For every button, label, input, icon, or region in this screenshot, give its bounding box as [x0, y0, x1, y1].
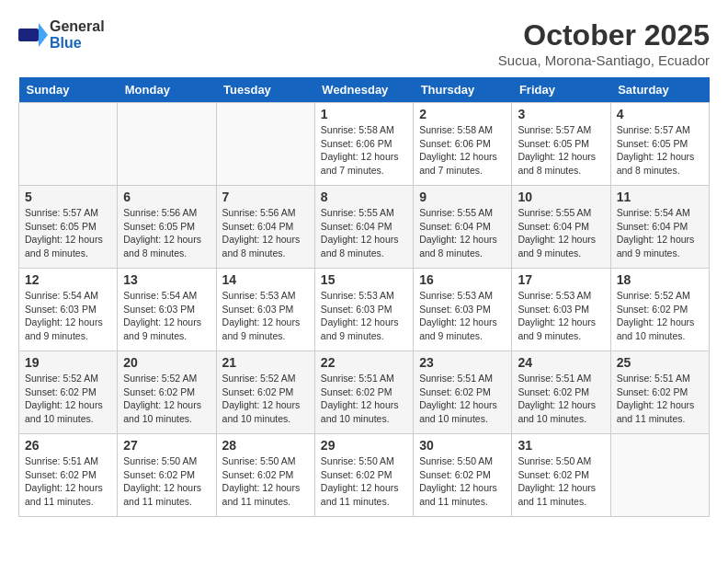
day-info: Sunrise: 5:50 AMSunset: 6:02 PMDaylight:… — [518, 454, 604, 509]
week-row-1: 1Sunrise: 5:58 AMSunset: 6:06 PMDaylight… — [19, 103, 710, 186]
day-info: Sunrise: 5:51 AMSunset: 6:02 PMDaylight:… — [419, 372, 506, 426]
day-cell: 5Sunrise: 5:57 AMSunset: 6:05 PMDaylight… — [19, 186, 118, 269]
day-number: 12 — [25, 272, 111, 287]
day-cell: 21Sunrise: 5:52 AMSunset: 6:02 PMDayligh… — [216, 351, 314, 434]
day-info: Sunrise: 5:54 AMSunset: 6:03 PMDaylight:… — [123, 289, 210, 343]
day-number: 9 — [419, 190, 506, 204]
day-number: 10 — [518, 190, 604, 204]
day-number: 29 — [321, 438, 407, 453]
col-saturday: Saturday — [610, 77, 709, 103]
week-row-5: 26Sunrise: 5:51 AMSunset: 6:02 PMDayligh… — [19, 434, 710, 517]
day-info: Sunrise: 5:54 AMSunset: 6:04 PMDaylight:… — [617, 206, 703, 260]
logo-icon — [18, 23, 48, 47]
title-area: October 2025 Sucua, Morona-Santiago, Ecu… — [498, 18, 710, 68]
col-friday: Friday — [512, 77, 610, 103]
day-cell: 14Sunrise: 5:53 AMSunset: 6:03 PMDayligh… — [216, 269, 314, 351]
day-cell — [19, 103, 118, 186]
day-number: 16 — [419, 272, 506, 287]
day-info: Sunrise: 5:52 AMSunset: 6:02 PMDaylight:… — [123, 372, 210, 426]
col-wednesday: Wednesday — [314, 77, 413, 103]
day-number: 8 — [321, 190, 407, 204]
day-info: Sunrise: 5:56 AMSunset: 6:04 PMDaylight:… — [222, 206, 309, 260]
day-number: 28 — [222, 438, 309, 453]
day-info: Sunrise: 5:55 AMSunset: 6:04 PMDaylight:… — [321, 206, 407, 260]
day-number: 15 — [321, 272, 407, 287]
day-number: 20 — [123, 355, 210, 370]
day-number: 22 — [321, 355, 407, 370]
logo-general: General — [50, 18, 105, 34]
day-cell: 27Sunrise: 5:50 AMSunset: 6:02 PMDayligh… — [118, 434, 216, 517]
day-number: 21 — [222, 355, 309, 370]
day-info: Sunrise: 5:50 AMSunset: 6:02 PMDaylight:… — [123, 454, 210, 509]
day-number: 1 — [321, 107, 407, 121]
day-info: Sunrise: 5:50 AMSunset: 6:02 PMDaylight:… — [321, 454, 407, 509]
day-info: Sunrise: 5:52 AMSunset: 6:02 PMDaylight:… — [617, 289, 703, 343]
day-info: Sunrise: 5:51 AMSunset: 6:02 PMDaylight:… — [518, 372, 604, 426]
day-cell — [610, 434, 709, 517]
day-cell: 31Sunrise: 5:50 AMSunset: 6:02 PMDayligh… — [512, 434, 610, 517]
day-cell: 29Sunrise: 5:50 AMSunset: 6:02 PMDayligh… — [314, 434, 413, 517]
day-cell: 20Sunrise: 5:52 AMSunset: 6:02 PMDayligh… — [118, 351, 216, 434]
day-number: 6 — [123, 190, 210, 204]
day-info: Sunrise: 5:51 AMSunset: 6:02 PMDaylight:… — [321, 372, 407, 426]
day-cell: 19Sunrise: 5:52 AMSunset: 6:02 PMDayligh… — [19, 351, 118, 434]
day-info: Sunrise: 5:53 AMSunset: 6:03 PMDaylight:… — [419, 289, 506, 343]
day-info: Sunrise: 5:55 AMSunset: 6:04 PMDaylight:… — [419, 206, 506, 260]
day-number: 4 — [617, 107, 703, 121]
month-title: October 2025 — [498, 18, 710, 52]
day-info: Sunrise: 5:51 AMSunset: 6:02 PMDaylight:… — [25, 454, 111, 509]
day-cell: 22Sunrise: 5:51 AMSunset: 6:02 PMDayligh… — [314, 351, 413, 434]
location-subtitle: Sucua, Morona-Santiago, Ecuador — [498, 52, 710, 68]
week-row-4: 19Sunrise: 5:52 AMSunset: 6:02 PMDayligh… — [19, 351, 710, 434]
day-info: Sunrise: 5:57 AMSunset: 6:05 PMDaylight:… — [25, 206, 111, 260]
day-info: Sunrise: 5:50 AMSunset: 6:02 PMDaylight:… — [419, 454, 506, 509]
day-number: 26 — [25, 438, 111, 453]
day-number: 27 — [123, 438, 210, 453]
day-number: 25 — [617, 355, 703, 370]
day-cell — [216, 103, 314, 186]
day-cell: 10Sunrise: 5:55 AMSunset: 6:04 PMDayligh… — [512, 186, 610, 269]
day-cell: 8Sunrise: 5:55 AMSunset: 6:04 PMDaylight… — [314, 186, 413, 269]
page-header: General Blue October 2025 Sucua, Morona-… — [18, 18, 710, 68]
day-info: Sunrise: 5:56 AMSunset: 6:05 PMDaylight:… — [123, 206, 210, 260]
day-info: Sunrise: 5:52 AMSunset: 6:02 PMDaylight:… — [25, 372, 111, 426]
svg-marker-1 — [39, 23, 48, 47]
day-info: Sunrise: 5:54 AMSunset: 6:03 PMDaylight:… — [25, 289, 111, 343]
day-number: 11 — [617, 190, 703, 204]
day-cell: 1Sunrise: 5:58 AMSunset: 6:06 PMDaylight… — [314, 103, 413, 186]
day-cell: 4Sunrise: 5:57 AMSunset: 6:05 PMDaylight… — [610, 103, 709, 186]
day-info: Sunrise: 5:53 AMSunset: 6:03 PMDaylight:… — [321, 289, 407, 343]
day-cell: 9Sunrise: 5:55 AMSunset: 6:04 PMDaylight… — [414, 186, 512, 269]
day-number: 19 — [25, 355, 111, 370]
col-sunday: Sunday — [19, 77, 118, 103]
day-number: 18 — [617, 272, 703, 287]
day-cell: 30Sunrise: 5:50 AMSunset: 6:02 PMDayligh… — [414, 434, 512, 517]
day-cell: 11Sunrise: 5:54 AMSunset: 6:04 PMDayligh… — [610, 186, 709, 269]
day-cell: 13Sunrise: 5:54 AMSunset: 6:03 PMDayligh… — [118, 269, 216, 351]
svg-rect-0 — [18, 29, 39, 41]
col-monday: Monday — [118, 77, 216, 103]
day-cell: 16Sunrise: 5:53 AMSunset: 6:03 PMDayligh… — [414, 269, 512, 351]
calendar-table: Sunday Monday Tuesday Wednesday Thursday… — [18, 77, 710, 517]
day-cell: 3Sunrise: 5:57 AMSunset: 6:05 PMDaylight… — [512, 103, 610, 186]
day-cell: 7Sunrise: 5:56 AMSunset: 6:04 PMDaylight… — [216, 186, 314, 269]
day-cell: 17Sunrise: 5:53 AMSunset: 6:03 PMDayligh… — [512, 269, 610, 351]
week-row-3: 12Sunrise: 5:54 AMSunset: 6:03 PMDayligh… — [19, 269, 710, 351]
day-info: Sunrise: 5:53 AMSunset: 6:03 PMDaylight:… — [518, 289, 604, 343]
day-info: Sunrise: 5:57 AMSunset: 6:05 PMDaylight:… — [617, 123, 703, 178]
day-cell: 12Sunrise: 5:54 AMSunset: 6:03 PMDayligh… — [19, 269, 118, 351]
logo-blue: Blue — [50, 35, 82, 51]
day-info: Sunrise: 5:50 AMSunset: 6:02 PMDaylight:… — [222, 454, 309, 509]
week-row-2: 5Sunrise: 5:57 AMSunset: 6:05 PMDaylight… — [19, 186, 710, 269]
col-tuesday: Tuesday — [216, 77, 314, 103]
day-cell: 2Sunrise: 5:58 AMSunset: 6:06 PMDaylight… — [414, 103, 512, 186]
day-number: 23 — [419, 355, 506, 370]
day-number: 14 — [222, 272, 309, 287]
day-cell — [118, 103, 216, 186]
day-number: 2 — [419, 107, 506, 121]
day-info: Sunrise: 5:51 AMSunset: 6:02 PMDaylight:… — [617, 372, 703, 426]
logo: General Blue — [18, 18, 105, 52]
day-info: Sunrise: 5:58 AMSunset: 6:06 PMDaylight:… — [419, 123, 506, 178]
day-number: 7 — [222, 190, 309, 204]
day-number: 5 — [25, 190, 111, 204]
